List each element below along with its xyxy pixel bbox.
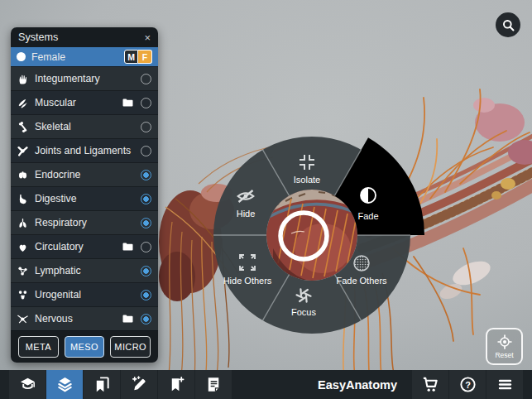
system-row-integumentary[interactable]: Integumentary bbox=[11, 66, 158, 90]
model-row-female[interactable]: Female M F bbox=[11, 47, 158, 66]
system-visibility-radio[interactable] bbox=[141, 290, 151, 300]
reset-button[interactable]: Reset bbox=[486, 328, 523, 365]
urogenital-icon bbox=[17, 290, 29, 300]
cart-icon bbox=[421, 375, 440, 394]
bottom-toolbar: EasyAnatomy ? bbox=[0, 370, 532, 399]
folder-icon[interactable] bbox=[122, 315, 133, 323]
system-visibility-radio[interactable] bbox=[141, 194, 151, 204]
system-visibility-radio[interactable] bbox=[141, 242, 151, 252]
system-row-nervous[interactable]: Nervous bbox=[11, 306, 158, 330]
female-toggle-button[interactable]: F bbox=[138, 50, 152, 64]
search-icon bbox=[501, 17, 516, 33]
model-label: Female bbox=[31, 51, 65, 63]
search-button[interactable] bbox=[496, 12, 520, 37]
learn-icon bbox=[18, 375, 37, 394]
bookmarks-button[interactable] bbox=[84, 370, 120, 399]
fade-others-icon bbox=[354, 256, 369, 271]
menu-icon bbox=[496, 375, 515, 394]
system-row-muscular[interactable]: Muscular bbox=[11, 90, 158, 114]
add-bookmark-button[interactable] bbox=[158, 370, 194, 399]
bookmarks-icon bbox=[93, 375, 112, 394]
cart-button[interactable] bbox=[412, 370, 448, 399]
menu-button[interactable] bbox=[486, 370, 523, 399]
folder-icon[interactable] bbox=[122, 243, 133, 251]
nervous-icon bbox=[17, 314, 29, 324]
detail-level-bar: META MESO MICRO bbox=[11, 330, 158, 363]
learn-button[interactable] bbox=[9, 370, 46, 399]
system-row-respiratory[interactable]: Respiratory bbox=[11, 210, 158, 234]
system-row-skeletal[interactable]: Skeletal bbox=[11, 114, 158, 138]
panel-title: Systems bbox=[18, 31, 144, 43]
svg-text:Hide Others: Hide Others bbox=[223, 276, 272, 286]
systems-panel-header: Systems × bbox=[11, 27, 158, 47]
system-row-endocrine[interactable]: Endocrine bbox=[11, 162, 158, 186]
male-toggle-button[interactable]: M bbox=[124, 50, 138, 64]
svg-text:Fade Others: Fade Others bbox=[336, 276, 387, 286]
muscular-icon bbox=[17, 98, 29, 108]
circulatory-icon bbox=[17, 242, 29, 252]
system-row-urogenital[interactable]: Urogenital bbox=[11, 282, 158, 306]
system-row-circulatory[interactable]: Circulatory bbox=[11, 234, 158, 258]
systems-list: Integumentary Muscular Skeletal Joints a… bbox=[11, 66, 158, 330]
lymphatic-icon bbox=[17, 266, 29, 276]
system-visibility-radio[interactable] bbox=[141, 122, 151, 132]
help-icon: ? bbox=[458, 375, 477, 394]
system-visibility-radio[interactable] bbox=[141, 170, 151, 180]
layers-button[interactable] bbox=[46, 370, 83, 399]
brand-logo: EasyAnatomy bbox=[304, 370, 411, 399]
micro-button[interactable]: MICRO bbox=[110, 336, 151, 358]
reset-target-icon bbox=[496, 334, 513, 350]
meso-button[interactable]: MESO bbox=[65, 336, 105, 358]
respiratory-icon bbox=[17, 218, 29, 228]
endocrine-icon bbox=[17, 170, 29, 180]
close-icon[interactable]: × bbox=[144, 32, 151, 43]
system-visibility-radio[interactable] bbox=[141, 218, 151, 228]
notes-icon bbox=[204, 375, 223, 394]
svg-text:Fade: Fade bbox=[357, 211, 378, 221]
system-visibility-radio[interactable] bbox=[141, 314, 151, 324]
system-row-digestive[interactable]: Digestive bbox=[11, 186, 158, 210]
system-visibility-radio[interactable] bbox=[141, 98, 151, 108]
integumentary-icon bbox=[17, 74, 29, 84]
help-button[interactable]: ? bbox=[449, 370, 486, 399]
female-icon bbox=[17, 52, 26, 61]
svg-text:?: ? bbox=[465, 380, 471, 390]
system-row-joints-and-ligaments[interactable]: Joints and Ligaments bbox=[11, 138, 158, 162]
systems-panel: Systems × Female M F Integumentary Muscu… bbox=[11, 27, 158, 363]
system-visibility-radio[interactable] bbox=[141, 146, 151, 156]
joints-ligaments-icon bbox=[17, 146, 29, 156]
svg-text:Focus: Focus bbox=[291, 307, 316, 317]
add-bookmark-icon bbox=[167, 375, 186, 394]
svg-text:Hide: Hide bbox=[237, 209, 256, 219]
digestive-icon bbox=[17, 194, 29, 204]
annotate-pencil-icon bbox=[130, 375, 149, 394]
selection-ring bbox=[280, 213, 327, 259]
notes-button[interactable] bbox=[195, 370, 232, 399]
system-row-lymphatic[interactable]: Lymphatic bbox=[11, 258, 158, 282]
skeletal-icon bbox=[17, 122, 29, 132]
svg-text:Isolate: Isolate bbox=[294, 175, 320, 185]
layers-icon bbox=[55, 375, 74, 394]
folder-icon[interactable] bbox=[122, 99, 133, 107]
meta-button[interactable]: META bbox=[18, 336, 59, 358]
system-visibility-radio[interactable] bbox=[141, 266, 151, 276]
system-visibility-radio[interactable] bbox=[141, 74, 151, 84]
annotate-button[interactable] bbox=[121, 370, 157, 399]
